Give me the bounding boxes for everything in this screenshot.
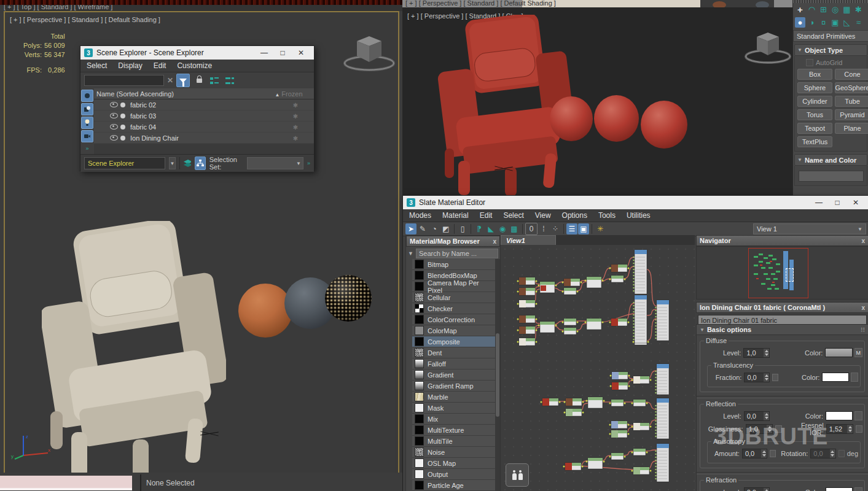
delete-icon[interactable]: ▯ [457,223,468,234]
browser-close-icon[interactable]: x [493,238,496,245]
frozen-column-header[interactable]: Frozen [281,90,302,98]
slate-maximize-button[interactable]: □ [828,198,846,207]
object-name[interactable]: Ion Dining Chair [130,134,179,142]
browser-scroll-thumb[interactable] [496,333,499,417]
name-color-header[interactable]: ▼Name and Color [794,154,867,166]
reflection-map-slot[interactable] [854,411,862,420]
slate-menu-view[interactable]: View [535,211,551,220]
category-cameras-icon[interactable]: ▣ [830,17,840,28]
menu-display[interactable]: Display [118,61,142,70]
category-lights-icon[interactable]: ¤ [818,17,829,28]
frozen-icon[interactable]: ✱ [293,102,298,109]
object-name-field[interactable] [799,171,864,182]
primitive-button-plane[interactable]: Plane [835,123,868,134]
table-row[interactable]: fabric 03✱ [94,110,314,122]
category-helpers-icon[interactable]: ◺ [842,17,852,28]
material-id-channel-icon[interactable]: ☰ [566,223,577,234]
menu-edit[interactable]: Edit [154,61,166,70]
minimize-button[interactable]: — [255,48,273,57]
render-map-icon[interactable]: ✳ [595,223,606,234]
primitive-button-pyramid[interactable]: Pyramid [835,109,868,120]
primitive-button-box[interactable]: Box [797,69,832,80]
expand-tree-button[interactable] [208,74,221,87]
visibility-eye-icon[interactable] [110,102,118,107]
filter-all-button[interactable] [81,90,93,102]
primitive-button-textplus[interactable]: TextPlus [797,136,832,147]
pin-icon[interactable]: ⁝⁝ [861,326,865,334]
node-canvas[interactable] [501,245,695,491]
object-type-header[interactable]: ▼Object Type [794,44,867,56]
filter-cameras-button[interactable] [81,130,93,142]
fresnel-ior-checkbox[interactable] [856,425,862,433]
category-geometry-icon[interactable]: ● [795,17,805,28]
visibility-eye-icon[interactable] [110,135,118,141]
table-row[interactable]: fabric 02✱ [94,99,314,110]
tab-modify-icon[interactable]: ◠ [807,4,817,15]
slate-menu-modes[interactable]: Modes [409,211,431,220]
right-viewport[interactable]: [ + ] [ Perspective ] [ Standard ] [ Cla… [402,7,792,195]
refraction-map-slot[interactable] [854,487,862,491]
browser-options-icon[interactable]: ▼ [408,250,413,257]
search-input[interactable] [84,75,164,86]
map-item-particle-age[interactable]: Particle Age [412,480,495,491]
tab-create-icon[interactable]: + [795,4,805,15]
close-button[interactable]: ✕ [292,48,310,57]
material-param-header[interactable]: Ion Dining Chair 01 fabric ( CoronaMtl )… [696,302,868,313]
primitive-button-teapot[interactable]: Teapot [797,123,832,134]
material-param-close-icon[interactable]: x [861,304,865,311]
tab-utilities-icon[interactable]: ✱ [853,4,864,15]
left-viewport[interactable]: [ + ] [ Perspective ] [ Standard ] [ Def… [4,11,399,475]
filter-lights-button[interactable] [81,117,93,129]
browser-search-input[interactable]: Search by Name ... [416,249,498,258]
diffuse-color-swatch[interactable] [825,348,852,357]
anisotropy-rotation-checkbox[interactable] [839,450,845,457]
scene-explorer-titlebar[interactable]: 3 Scene Explorer - Scene Explorer — □ ✕ [80,46,314,60]
selection-set-dropdown[interactable]: ▼ [247,157,303,169]
left-viewport-label[interactable]: [ + ] [ Perspective ] [ Standard ] [ Def… [10,16,160,23]
autogrid-checkbox[interactable] [806,59,813,66]
category-shapes-icon[interactable]: ◑ [807,17,817,28]
translucency-map-slot[interactable] [851,373,858,382]
assign-material-icon[interactable]: ◔ [429,223,440,234]
slate-menu-options[interactable]: Options [562,211,587,220]
map-item-bitmap[interactable]: Bitmap [412,259,495,270]
basic-options-rollout[interactable]: ▼Basic options ⁝⁝ [697,325,868,335]
filter-button[interactable] [176,74,190,87]
lock-button[interactable] [193,74,205,87]
slate-menu-tools[interactable]: Tools [598,211,616,220]
navigator-close-icon[interactable]: x [861,238,865,244]
map-item-checker[interactable]: Checker [412,303,495,314]
table-row[interactable]: Ion Dining Chair✱ [94,133,314,144]
translucency-fraction-spinner[interactable]: 0,0 [744,373,770,382]
map-item-osl-map[interactable]: OSL Map [412,458,495,469]
primitive-button-tube[interactable]: Tube [835,96,868,107]
translucency-fraction-checkbox[interactable] [772,374,778,381]
map-item-gradient-ramp[interactable]: Gradient Ramp [412,381,495,392]
frozen-icon[interactable]: ✱ [293,135,298,142]
rail-expand-icon[interactable]: » [85,145,88,152]
explorer-name-dropdown[interactable]: ▼ [169,157,176,169]
object-name[interactable]: fabric 03 [130,112,156,120]
object-name[interactable]: fabric 02 [130,101,156,109]
map-item-composite[interactable]: Composite [412,336,495,347]
object-name[interactable]: fabric 04 [130,123,156,131]
viewcube-right[interactable] [740,25,792,68]
anisotropy-amount-checkbox[interactable] [770,450,776,457]
slate-menu-utilities[interactable]: Utilities [627,211,651,220]
sort-and-frozen[interactable]: ▲ Frozen [266,90,311,98]
primitive-button-cone[interactable]: Cone [835,69,868,80]
clay-sphere-2[interactable] [594,95,639,142]
map-item-dent[interactable]: Dent [412,347,495,358]
clear-search-icon[interactable]: ✕ [167,76,173,85]
category-spacewarps-icon[interactable]: ≈ [853,17,864,28]
visibility-eye-icon[interactable] [110,113,118,118]
hierarchy-view-button[interactable] [195,157,206,170]
show-preview-icon[interactable]: ▣ [578,223,589,234]
refraction-color-swatch[interactable] [826,487,853,491]
explorer-name-field[interactable]: Scene Explorer [84,157,165,169]
refraction-level-spinner[interactable]: 0,0 [744,487,770,491]
map-item-multitile[interactable]: MultiTile [412,436,495,447]
browser-header[interactable]: Material/Map Browser x [406,236,500,247]
navigator-body[interactable] [696,246,868,300]
pick-material-icon[interactable]: ✎ [417,223,428,234]
